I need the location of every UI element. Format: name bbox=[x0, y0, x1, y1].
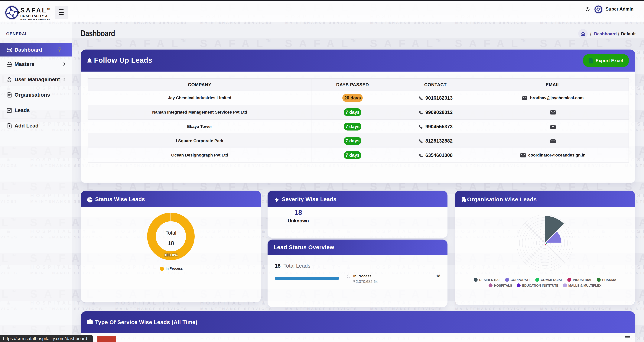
svg-text:TM: TM bbox=[12, 7, 14, 8]
svg-text:x: x bbox=[590, 60, 592, 63]
